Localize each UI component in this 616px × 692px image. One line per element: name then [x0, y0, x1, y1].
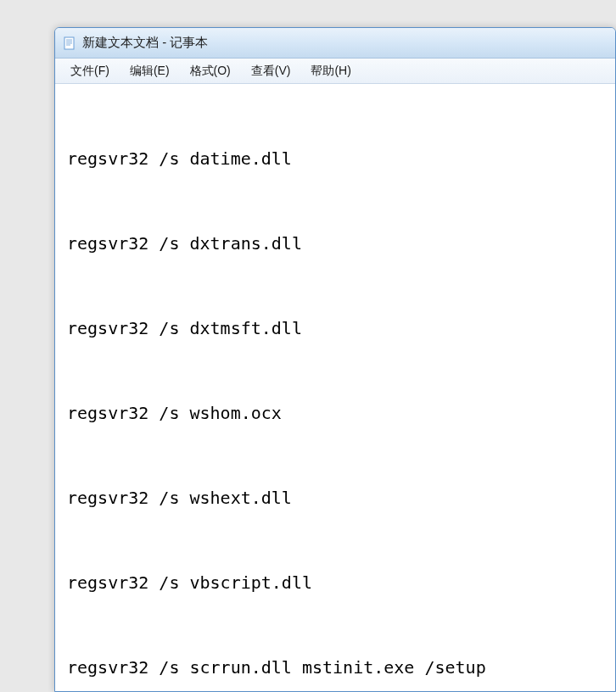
menu-file[interactable]: 文件(F): [60, 60, 120, 82]
notepad-icon: [62, 36, 77, 51]
window-title: 新建文本文档 - 记事本: [82, 35, 208, 51]
editor-line: regsvr32 /s scrrun.dll mstinit.exe /setu…: [67, 657, 603, 678]
menu-edit[interactable]: 编辑(E): [120, 60, 180, 82]
menu-help[interactable]: 帮助(H): [300, 60, 361, 82]
notepad-window: 新建文本文档 - 记事本 文件(F) 编辑(E) 格式(O) 查看(V) 帮助(…: [54, 27, 616, 692]
menubar: 文件(F) 编辑(E) 格式(O) 查看(V) 帮助(H): [55, 59, 615, 84]
editor-line: regsvr32 /s dxtrans.dll: [67, 233, 603, 254]
editor-line: regsvr32 /s vbscript.dll: [67, 572, 603, 593]
editor-line: regsvr32 /s datime.dll: [67, 148, 603, 169]
menu-view[interactable]: 查看(V): [241, 60, 301, 82]
menu-format[interactable]: 格式(O): [180, 60, 241, 82]
text-editor[interactable]: regsvr32 /s datime.dll regsvr32 /s dxtra…: [55, 84, 615, 691]
editor-line: regsvr32 /s dxtmsft.dll: [67, 318, 603, 338]
titlebar[interactable]: 新建文本文档 - 记事本: [55, 28, 615, 59]
editor-line: regsvr32 /s wshext.dll: [67, 488, 603, 508]
editor-line: regsvr32 /s wshom.ocx: [67, 403, 603, 423]
